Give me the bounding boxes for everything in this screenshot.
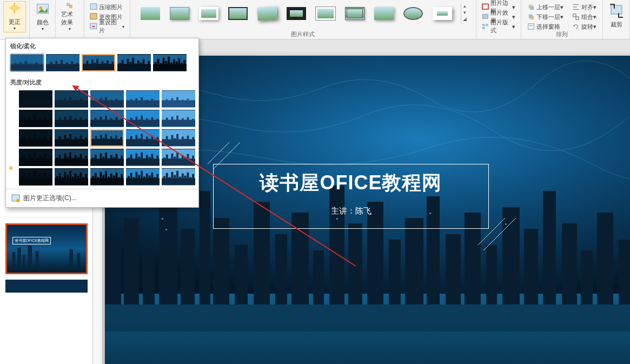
picture-style-5[interactable] — [283, 3, 309, 24]
picture-style-1[interactable] — [167, 3, 193, 24]
picture-style-8[interactable] — [371, 3, 397, 24]
svg-rect-42 — [159, 207, 177, 305]
svg-rect-32 — [22, 255, 25, 267]
color-label: 颜色 — [37, 18, 49, 27]
brightness-preset-0-0[interactable] — [19, 90, 52, 108]
svg-rect-27 — [576, 17, 579, 19]
picture-styles-gallery[interactable]: /*placeholder*/ ▴▾◢ — [134, 1, 472, 24]
brightness-preset-1-3[interactable] — [126, 110, 160, 127]
svg-rect-73 — [165, 229, 167, 230]
picture-style-4[interactable] — [254, 3, 280, 24]
picture-style-2[interactable] — [196, 3, 222, 24]
sharpen-preset-4[interactable] — [153, 54, 187, 71]
slide-title: 读书屋OFICE教程网 — [260, 170, 442, 196]
svg-rect-72 — [162, 218, 163, 220]
artistic-label: 艺术效果 — [61, 10, 78, 27]
gallery-scroll[interactable]: ▾ — [461, 10, 468, 16]
brightness-preset-4-0[interactable] — [19, 168, 52, 186]
brightness-preset-3-2[interactable] — [90, 149, 124, 166]
svg-rect-52 — [348, 223, 362, 305]
brightness-preset-2-2[interactable] — [90, 129, 124, 147]
svg-rect-28 — [611, 5, 622, 14]
picture-style-6[interactable] — [313, 3, 339, 24]
brightness-preset-4-2[interactable] — [90, 168, 124, 186]
sharpen-preset-0[interactable] — [10, 54, 44, 71]
align-button[interactable]: 对齐 ▾ — [570, 2, 599, 12]
artistic-effects-button[interactable]: 艺术效果 ▾ — [59, 1, 81, 32]
brightness-grid — [9, 89, 195, 187]
send-backward-button[interactable]: 下移一层 ▾ — [525, 12, 566, 22]
slide-subtitle: 主讲：陈飞 — [331, 206, 372, 216]
svg-rect-18 — [530, 6, 534, 10]
brightness-preset-2-4[interactable] — [162, 129, 195, 147]
brightness-preset-1-0[interactable] — [19, 110, 52, 127]
svg-rect-55 — [405, 218, 423, 305]
brightness-preset-3-0[interactable] — [19, 149, 52, 166]
svg-rect-33 — [28, 246, 32, 267]
crop-label: 裁剪 — [611, 21, 622, 29]
picture-style-3[interactable] — [225, 3, 251, 24]
svg-rect-77 — [505, 223, 507, 225]
compress-pictures-button[interactable]: 压缩图片 — [88, 2, 127, 12]
picture-corrections-options[interactable]: 图片更正选项(C)... — [6, 189, 198, 207]
svg-rect-44 — [200, 191, 210, 305]
brightness-preset-1-2[interactable] — [90, 110, 124, 127]
brightness-preset-3-3[interactable] — [126, 149, 160, 166]
picture-style-0[interactable] — [137, 3, 163, 24]
svg-rect-8 — [70, 5, 72, 8]
svg-rect-21 — [528, 24, 534, 30]
reset-picture-button[interactable]: 重设图片 ▾ — [88, 22, 127, 31]
svg-rect-13 — [483, 14, 488, 18]
brightness-preset-2-3[interactable] — [126, 129, 160, 147]
bring-forward-button[interactable]: 上移一层 ▾ — [525, 2, 566, 12]
brightness-preset-1-1[interactable] — [55, 110, 88, 127]
brightness-preset-0-3[interactable] — [126, 90, 160, 108]
svg-rect-48 — [275, 234, 287, 305]
corrections-dropdown: 锐化/柔化 亮度/对比度 ☀ 图片更正选项(C)... — [5, 38, 199, 208]
slide-thumb-active[interactable]: 读书屋OFICE教程网 — [5, 223, 88, 274]
picture-style-9[interactable] — [400, 3, 426, 24]
svg-rect-39 — [105, 240, 121, 305]
brightness-contrast-label: 亮度/对比度 — [9, 77, 195, 89]
group-button[interactable]: 组合 ▾ — [570, 12, 599, 22]
svg-rect-61 — [524, 229, 538, 305]
sharpen-preset-2[interactable] — [82, 54, 115, 71]
svg-rect-16 — [482, 27, 485, 29]
crop-button[interactable]: 裁剪 — [606, 1, 627, 32]
svg-rect-62 — [543, 191, 556, 305]
svg-rect-36 — [77, 253, 80, 267]
picture-layout-button[interactable]: 图片版式 ▾ — [480, 22, 518, 31]
sharpen-soften-label: 锐化/柔化 — [9, 41, 195, 53]
sharpen-preset-1[interactable] — [46, 54, 79, 71]
svg-rect-59 — [486, 245, 497, 305]
svg-point-85 — [16, 199, 19, 202]
brightness-preset-2-0[interactable] — [19, 129, 52, 147]
brightness-preset-4-1[interactable] — [55, 168, 88, 186]
brightness-preset-0-2[interactable] — [90, 90, 124, 108]
brightness-preset-3-4[interactable] — [162, 149, 195, 166]
gallery-scroll[interactable]: ▴ — [461, 3, 468, 10]
brightness-preset-2-1[interactable] — [55, 129, 88, 147]
brightness-preset-4-3[interactable] — [126, 168, 160, 186]
arrange-label: 排列 — [521, 30, 602, 38]
svg-rect-30 — [12, 252, 15, 267]
color-button[interactable]: 颜色 ▾ — [32, 1, 54, 32]
picture-style-10[interactable] — [429, 3, 455, 24]
gallery-scroll[interactable]: ◢ — [461, 16, 468, 23]
brightness-preset-4-4[interactable] — [162, 168, 195, 186]
corrections-button[interactable]: 更正 ▾ — [3, 1, 26, 32]
title-frame[interactable]: 读书屋OFICE教程网 主讲：陈飞 — [213, 164, 489, 229]
svg-rect-7 — [67, 3, 70, 6]
svg-rect-14 — [482, 24, 485, 26]
slide-thumb-3[interactable] — [5, 280, 88, 293]
brightness-preset-3-1[interactable] — [55, 149, 88, 166]
svg-rect-40 — [124, 218, 139, 305]
svg-rect-10 — [90, 14, 97, 19]
sun-icon: ☀ — [8, 164, 15, 173]
brightness-preset-0-1[interactable] — [55, 90, 88, 108]
svg-rect-64 — [581, 250, 593, 305]
brightness-preset-0-4[interactable] — [162, 90, 195, 108]
picture-style-7[interactable] — [342, 3, 368, 24]
sharpen-preset-3[interactable] — [117, 54, 151, 71]
brightness-preset-1-4[interactable] — [162, 110, 195, 127]
